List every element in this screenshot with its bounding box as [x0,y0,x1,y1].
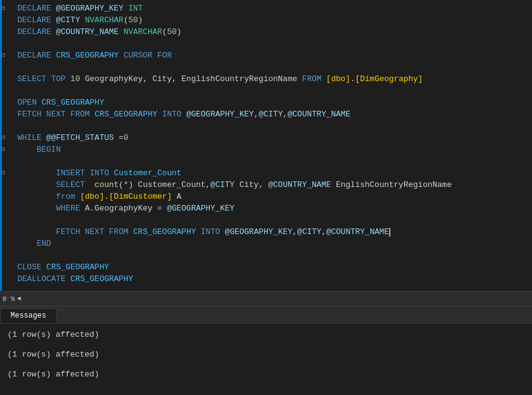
token-var: @COUNTRY_NAME [56,27,118,37]
line-content: SELECT count(*) Customer_Count,@CITY Cit… [14,179,532,191]
token-plain [85,168,90,178]
token-plain: ) [138,15,143,25]
token-kw: BEGIN [36,145,61,154]
list-item: (1 row(s) affected) [7,368,525,381]
token-kw: CURSOR [124,51,153,60]
token-plain [66,110,71,119]
token-kw: NEXT [85,227,104,237]
table-row: from [dbo].[DimCustomer] A [0,191,532,202]
token-plain: ) [177,27,182,37]
token-kw: FOR [157,51,171,60]
token-bracket: [DimCustomer] [109,192,171,201]
token-plain: = [114,133,124,142]
line-content: DECLARE @CITY NVARCHAR(50) [14,14,532,26]
token-obj: CRS_GEOGRAPHY [95,110,157,119]
token-plain [41,133,46,142]
token-bracket: [dbo] [80,192,104,201]
token-var: @COUNTRY_NAME [326,227,388,237]
token-plain [17,180,56,189]
table-row: DEALLOCATE CRS_GEOGRAPHY [0,273,532,285]
token-plain: A.GeographyKey = [80,204,166,213]
table-row: ⊟WHILE @@FETCH_STATUS =0 [0,132,532,144]
table-row: DECLARE @COUNTRY_NAME NVARCHAR(50) [0,26,532,38]
token-obj: Customer_Count [114,168,181,178]
table-row: SELECT TOP 10 GeographyKey, City, Englis… [0,73,532,85]
token-plain [109,168,114,178]
token-var: @GEOGRAPHY_KEY [56,4,123,13]
scroll-percent: 0 % [2,295,15,303]
table-row [0,250,532,261]
token-plain [17,145,36,154]
table-row: FETCH NEXT FROM CRS_GEOGRAPHY INTO @GEOG… [0,108,532,120]
token-kw: DECLARE [17,15,51,25]
token-kw: INSERT [56,168,85,178]
token-obj: CRS_GEOGRAPHY [41,98,104,107]
line-content: WHILE @@FETCH_STATUS =0 [14,132,532,144]
table-row: ⊟ INSERT INTO Customer_Count [0,167,532,179]
scroll-area: 0 % ◄ [0,291,532,306]
table-row [0,38,532,50]
results-tabs: Messages [0,306,532,324]
token-kw: WHILE [17,133,41,142]
line-content: BEGIN [14,144,532,155]
table-row [0,120,532,132]
token-obj: CRS_GEOGRAPHY [133,227,195,237]
table-row: SELECT count(*) Customer_Count,@CITY Cit… [0,179,532,191]
token-plain [85,180,95,189]
token-kw: CLOSE [17,263,41,272]
table-row: FETCH NEXT FROM CRS_GEOGRAPHY INTO @GEOG… [0,226,532,238]
list-item: (1 row(s) affected) [7,349,525,361]
token-kw: FROM [109,227,128,237]
line-content: INSERT INTO Customer_Count [14,167,532,179]
token-plain: Customer_Count, [138,180,210,189]
table-row: ⊟DECLARE CRS_GEOGRAPHY CURSOR FOR [0,50,532,61]
text-cursor [389,228,390,237]
token-plain: , [293,227,298,237]
token-kw: FETCH [56,227,80,237]
token-kw: DEALLOCATE [17,274,66,284]
line-content: OPEN CRS_GEOGRAPHY [14,97,532,108]
token-plain [17,192,56,201]
token-plain [17,168,56,178]
table-row: DECLARE @CITY NVARCHAR(50) [0,14,532,26]
token-kw: DECLARE [17,27,51,37]
token-num: 10 [71,74,80,84]
list-item: (1 row(s) affected) [7,329,525,341]
token-obj: CRS_GEOGRAPHY [71,274,133,284]
token-type: NVARCHAR [85,15,123,25]
tab-messages[interactable]: Messages [0,308,57,323]
token-plain: , [283,110,288,119]
token-var: @COUNTRY_NAME [268,180,331,189]
token-type: NVARCHAR [124,27,162,37]
token-fn: count [95,180,119,189]
token-plain [119,27,124,37]
token-obj: CRS_GEOGRAPHY [56,51,118,60]
token-kw: FETCH [17,110,41,119]
line-content: WHERE A.GeographyKey = @GEOGRAPHY_KEY [14,202,532,214]
token-var: @COUNTRY_NAME [288,110,350,119]
token-var: @GEOGRAPHY_KEY [225,227,293,237]
token-plain: A [172,192,182,201]
token-kw: SELECT [17,74,46,84]
line-content: DECLARE @COUNTRY_NAME NVARCHAR(50) [14,26,532,38]
line-content: CLOSE CRS_GEOGRAPHY [14,261,532,273]
token-obj: CRS_GEOGRAPHY [46,263,109,272]
token-plain: (*) [119,180,138,189]
token-var: @GEOGRAPHY_KEY [167,204,234,213]
token-var: @GEOGRAPHY_KEY [186,110,254,119]
token-bracket: [DimGeography] [355,74,423,84]
table-row [0,155,532,167]
token-kw: TOP [51,74,66,84]
line-content: DECLARE @GEOGRAPHY_KEY INT [14,2,532,14]
table-row: WHERE A.GeographyKey = @GEOGRAPHY_KEY [0,202,532,214]
table-row [0,85,532,97]
scroll-left-arrow[interactable]: ◄ [17,295,21,302]
line-content: FETCH NEXT FROM CRS_GEOGRAPHY INTO @GEOG… [14,108,532,120]
token-var: @CITY [259,110,283,119]
token-plain [196,227,201,237]
token-kw: INTO [201,227,220,237]
table-row: CLOSE CRS_GEOGRAPHY [0,261,532,273]
token-bracket: [dbo] [326,74,350,84]
line-content: from [dbo].[DimCustomer] A [14,191,532,202]
token-kw: INTO [90,168,109,178]
